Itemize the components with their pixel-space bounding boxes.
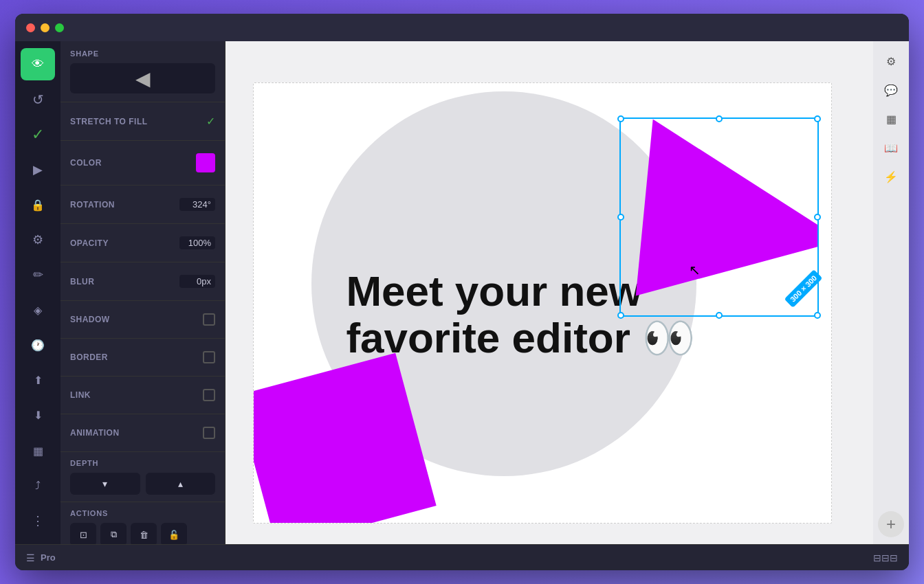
main-area: 👁 ↺ ✓ ▶ 🔒 ⚙ ✏ ◈ 🕐 (15, 41, 909, 544)
add-button[interactable]: + (878, 511, 904, 537)
color-swatch[interactable] (196, 153, 215, 172)
depth-down-button[interactable]: ▾ (70, 473, 140, 495)
animation-section: ANIMATION (60, 414, 225, 452)
rotation-label: ROTATION (70, 200, 115, 210)
main-text-line2: favorite editor 👀 (346, 315, 695, 361)
copy-icon: ⧉ (111, 529, 117, 540)
sidebar-btn-more[interactable]: ⋮ (21, 505, 55, 537)
sidebar-btn-eye[interactable]: 👁 (21, 48, 55, 80)
sidebar-btn-pen[interactable]: ✏ (21, 259, 55, 291)
minimize-button[interactable] (41, 23, 50, 32)
link-row: LINK (70, 385, 215, 405)
blur-label: BLUR (70, 277, 94, 287)
animation-checkbox[interactable] (203, 427, 215, 439)
rotation-row: ROTATION 324° (70, 194, 215, 215)
blur-value[interactable]: 0px (179, 275, 215, 288)
book-icon: 📖 (884, 142, 898, 155)
opacity-row: OPACITY 100% (70, 232, 215, 254)
depth-up-button[interactable]: ▴ (146, 473, 216, 495)
more-icon: ⋮ (32, 513, 45, 528)
copy-button[interactable]: ⧉ (100, 523, 126, 544)
eye-icon: 👁 (32, 57, 44, 71)
traffic-lights (26, 23, 64, 32)
canvas-area[interactable]: Meet your new favorite editor 👀 (226, 41, 873, 544)
animation-row: ANIMATION (70, 423, 215, 443)
sidebar-btn-layers[interactable]: ◈ (21, 294, 55, 326)
trash-icon: 🗑 (140, 530, 148, 540)
shadow-checkbox[interactable] (203, 313, 215, 326)
bottom-right-control[interactable]: ⊟⊟⊟ (873, 552, 898, 563)
blur-row: BLUR 0px (70, 271, 215, 292)
shadow-label: SHADOW (70, 315, 110, 324)
sidebar-btn-play[interactable]: ▶ (21, 153, 55, 186)
stretch-row: STRETCH TO FILL ✓ (70, 111, 215, 132)
sidebar-btn-lock[interactable]: 🔒 (21, 189, 55, 221)
maximize-button[interactable] (55, 23, 64, 32)
blur-section: BLUR 0px (60, 262, 225, 301)
chevron-up-icon: ▴ (178, 478, 183, 489)
right-settings-button[interactable]: ⚙ (878, 48, 904, 74)
depth-label: DEPTH (70, 459, 215, 467)
color-row: COLOR (70, 149, 215, 177)
play-icon: ▶ (33, 162, 43, 177)
color-section: COLOR (60, 141, 225, 186)
action-buttons: ⊡ ⧉ 🗑 🔓 (70, 523, 215, 544)
stretch-check[interactable]: ✓ (206, 115, 215, 128)
sidebar-btn-check[interactable]: ✓ (21, 118, 55, 150)
stretch-section: STRETCH TO FILL ✓ (60, 102, 225, 141)
border-label: BORDER (70, 352, 108, 362)
undo-icon: ↺ (32, 91, 44, 108)
lock-icon: 🔒 (31, 199, 45, 212)
lightning-icon: ⚡ (884, 170, 898, 183)
delete-button[interactable]: 🗑 (131, 523, 157, 544)
depth-section: DEPTH ▾ ▴ (60, 452, 225, 502)
right-panel: ⚙ 💬 ▦ 📖 ⚡ + (873, 41, 909, 544)
close-button[interactable] (26, 23, 35, 32)
sidebar-btn-undo[interactable]: ↺ (21, 83, 55, 115)
shape-preview[interactable]: ◀ (70, 63, 215, 93)
right-layout-button[interactable]: ▦ (878, 106, 904, 132)
sidebar-btn-settings[interactable]: ⚙ (21, 224, 55, 256)
actions-section: ACTIONS ⊡ ⧉ 🗑 🔓 (60, 502, 225, 544)
clock-icon: 🕐 (31, 339, 45, 352)
gallery-icon: ▦ (33, 445, 43, 458)
crop-icon: ⊡ (80, 530, 87, 540)
hamburger-icon[interactable]: ☰ (26, 552, 35, 563)
shape-section: SHAPE ◀ (60, 41, 225, 102)
sidebar-btn-cloud[interactable]: ⬇ (21, 399, 55, 431)
sidebar-btn-share[interactable]: ⤴ (21, 470, 55, 502)
settings-icon: ⚙ (886, 55, 896, 68)
lock-action-button[interactable]: 🔓 (161, 523, 187, 544)
border-row: BORDER (70, 347, 215, 368)
purple-triangle[interactable] (597, 97, 817, 317)
share-icon: ⤴ (35, 480, 41, 492)
chevron-down-icon: ▾ (102, 478, 107, 489)
shape-triangle-icon: ◀ (135, 67, 151, 90)
opacity-value[interactable]: 100% (179, 236, 215, 249)
titlebar (15, 14, 909, 41)
opacity-label: OPACITY (70, 238, 109, 248)
properties-panel: SHAPE ◀ STRETCH TO FILL ✓ COLOR (60, 41, 226, 544)
gear-icon: ⚙ (32, 232, 43, 247)
sidebar-btn-clock[interactable]: 🕐 (21, 329, 55, 361)
lock-action-icon: 🔓 (168, 530, 179, 540)
link-section: LINK (60, 377, 225, 414)
upload-icon: ⬆ (34, 374, 43, 387)
stretch-label: STRETCH TO FILL (70, 117, 148, 126)
link-checkbox[interactable] (203, 389, 215, 401)
shadow-row: SHADOW (70, 309, 215, 330)
right-book-button[interactable]: 📖 (878, 135, 904, 161)
bottom-left: ☰ Pro (26, 552, 56, 563)
rotation-value[interactable]: 324° (179, 198, 215, 211)
crop-button[interactable]: ⊡ (70, 523, 96, 544)
canvas-content: Meet your new favorite editor 👀 (253, 82, 832, 524)
right-lightning-button[interactable]: ⚡ (878, 164, 904, 190)
actions-label: ACTIONS (70, 509, 215, 517)
cloud-download-icon: ⬇ (34, 409, 43, 422)
layout-icon: ▦ (886, 113, 896, 126)
border-checkbox[interactable] (203, 351, 215, 363)
right-comment-button[interactable]: 💬 (878, 77, 904, 103)
sidebar-btn-gallery[interactable]: ▦ (21, 435, 55, 467)
sidebar-btn-upload[interactable]: ⬆ (21, 364, 55, 396)
icon-sidebar: 👁 ↺ ✓ ▶ 🔒 ⚙ ✏ ◈ 🕐 (15, 41, 60, 544)
